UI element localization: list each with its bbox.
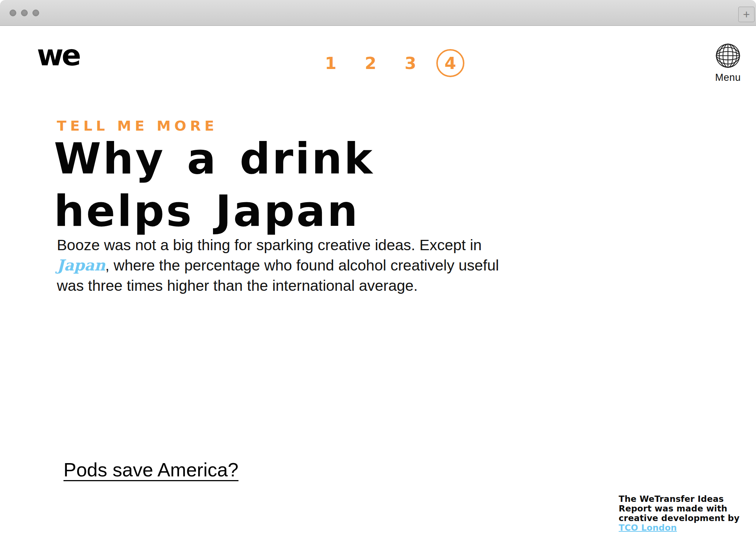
credit-line-2: Report was made with — [619, 504, 739, 513]
credit-note: The WeTransfer Ideas Report was made wit… — [619, 494, 739, 532]
pagination-item-1[interactable]: 1 — [317, 49, 345, 77]
browser-window: + we 1 2 3 4 Menu TELL — [0, 0, 756, 555]
menu-button[interactable]: Menu — [715, 42, 741, 83]
title-line-2: helps Japan — [54, 186, 360, 236]
wetransfer-logo[interactable]: we — [37, 41, 79, 70]
intro-line-3: was three times higher than the internat… — [57, 276, 499, 296]
pagination-item-4[interactable]: 4 — [436, 49, 464, 77]
page-content: we 1 2 3 4 Menu TELL ME MORE — [0, 26, 756, 555]
menu-label: Menu — [715, 72, 741, 83]
intro-line-2: Japan, where the percentage who found al… — [57, 255, 499, 276]
next-article-link[interactable]: Pods save America? — [63, 459, 238, 481]
window-controls — [10, 10, 39, 16]
intro-line-1: Booze was not a big thing for sparking c… — [57, 235, 499, 255]
tco-london-link[interactable]: TCO London — [619, 523, 677, 532]
credit-line-1: The WeTransfer Ideas — [619, 494, 739, 504]
intro-paragraph: Booze was not a big thing for sparking c… — [57, 235, 499, 296]
pagination-item-3[interactable]: 3 — [396, 49, 425, 77]
intro-line-2-rest: , where the percentage who found alcohol… — [105, 257, 499, 274]
eyebrow: TELL ME MORE — [57, 118, 218, 134]
pagination-item-2[interactable]: 2 — [357, 49, 385, 77]
window-minimize-button[interactable] — [21, 10, 28, 16]
window-close-button[interactable] — [10, 10, 16, 16]
globe-icon — [715, 42, 741, 69]
browser-titlebar: + — [0, 0, 756, 26]
japan-highlight: Japan — [57, 256, 105, 274]
page-title: Why a drink helps Japan — [54, 132, 374, 237]
title-line-1: Why a drink — [54, 134, 374, 183]
new-tab-button[interactable]: + — [738, 7, 755, 22]
window-zoom-button[interactable] — [32, 10, 39, 16]
section-pagination: 1 2 3 4 — [317, 49, 464, 77]
credit-line-3: creative development by — [619, 513, 739, 523]
